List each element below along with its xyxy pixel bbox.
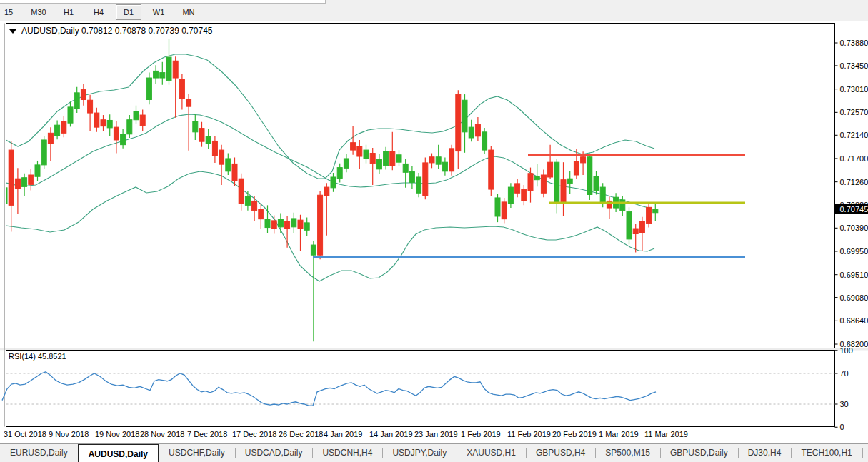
candle-body (462, 100, 467, 132)
candle-body (48, 133, 53, 144)
chart-tab-usdcnh-h4[interactable]: USDCNH,H4 (312, 445, 382, 461)
candle-body (534, 176, 539, 179)
rsi-indicator-label: RSI(14) 45.8521 (9, 352, 66, 361)
candle-body (285, 221, 290, 229)
candle-body (239, 179, 244, 204)
date-axis-label[interactable]: 11 Feb 2019 (507, 430, 551, 438)
toolbar-remnant (0, 0, 326, 4)
candle-body (508, 187, 513, 204)
candle-body (114, 127, 119, 140)
timeframe-button-15[interactable]: 15 (0, 4, 21, 20)
candle-body (370, 154, 375, 164)
candle-body (627, 211, 632, 239)
timeframe-button-h1[interactable]: H1 (56, 4, 81, 20)
candle-body (252, 201, 257, 210)
candle-body (245, 196, 250, 205)
candle-body (456, 94, 461, 151)
date-axis-label[interactable]: 19 Nov 2018 (95, 430, 139, 438)
price-axis-label: 0.72140 (840, 131, 868, 139)
date-axis-label[interactable]: 17 Dec 2018 (232, 430, 276, 438)
candle-body (403, 164, 408, 172)
chart-tabs-bar: EURUSD,DailyAUDUSD,DailyUSDCHF,DailyUSDC… (0, 443, 868, 462)
chart-tab-gbpusd-daily[interactable]: GBPUSD,Daily (660, 445, 738, 461)
candle-body (502, 202, 507, 219)
candle-body (219, 150, 224, 164)
chart-tab-gbpusd-h4[interactable]: GBPUSD,H4 (526, 445, 595, 461)
candle-body (121, 134, 126, 145)
candle-body (495, 198, 500, 216)
date-axis-label[interactable]: 28 Nov 2018 (140, 430, 184, 438)
price-axis-label: 0.72570 (840, 108, 868, 116)
candle-body (423, 163, 428, 196)
candle-body (193, 121, 198, 132)
candle-body (68, 107, 73, 123)
candle-body (548, 162, 553, 177)
candle-body (74, 93, 79, 109)
chart-tab-audusd-daily[interactable]: AUDUSD,Daily (78, 444, 159, 462)
chart-tab-sp500-m15[interactable]: SP500,M15 (595, 445, 660, 461)
candle-body (160, 73, 165, 78)
rsi-axis-label: 0 (840, 423, 844, 431)
date-axis-label[interactable]: 9 Nov 2018 (49, 430, 89, 438)
price-axis-label: 0.68640 (840, 316, 868, 325)
chart-tab-ukc[interactable]: UKC (862, 445, 868, 461)
date-axis-label[interactable]: 23 Jan 2019 (414, 430, 458, 438)
rsi-panel[interactable] (6, 351, 835, 427)
date-axis-label[interactable]: 14 Jan 2019 (369, 430, 413, 438)
candle-body (35, 165, 40, 176)
chart-tab-xauusd-h1[interactable]: XAUUSD,H1 (457, 445, 526, 461)
date-axis-label[interactable]: 20 Feb 2019 (552, 430, 597, 438)
chart-tab-usdchf-daily[interactable]: USDCHF,Daily (159, 445, 235, 461)
candle-body (653, 209, 658, 213)
candle-body (271, 221, 276, 229)
date-axis-label[interactable]: 26 Dec 2018 (279, 430, 323, 438)
price-chart[interactable]: AUDUSD,Daily 0.70812 0.70878 0.70739 0.7… (0, 21, 868, 443)
candle-body (61, 121, 66, 133)
rsi-axis-label: 70 (840, 369, 849, 378)
chart-tab-tech100-h1[interactable]: TECH100,H1 (791, 445, 862, 461)
timeframe-button-d1[interactable]: D1 (116, 4, 141, 20)
candle-body (639, 221, 644, 233)
price-axis-label: 0.73450 (840, 61, 868, 70)
candle-body (600, 187, 605, 202)
candle-body (259, 209, 264, 219)
date-axis-label[interactable]: 1 Mar 2019 (599, 430, 639, 438)
candle-body (55, 125, 60, 136)
timeframe-button-m30[interactable]: M30 (26, 4, 51, 20)
candle-body (226, 159, 231, 171)
candle-body (331, 177, 336, 188)
candle-body (522, 189, 527, 201)
candle-body (384, 151, 389, 166)
chart-tab-eurusd-daily[interactable]: EURUSD,Daily (0, 445, 78, 461)
candle-body (173, 61, 178, 78)
candle-body (567, 179, 572, 184)
timeframe-button-w1[interactable]: W1 (146, 4, 171, 20)
price-axis-label: 0.69080 (840, 293, 868, 302)
candle-body (357, 146, 362, 156)
candle-body (364, 150, 369, 159)
date-axis-label[interactable]: 4 Jan 2019 (324, 430, 362, 438)
price-axis-label: 0.71700 (840, 154, 868, 163)
date-axis-label[interactable]: 1 Feb 2019 (461, 430, 501, 438)
candle-body (594, 176, 599, 190)
candle-body (206, 136, 211, 144)
candle-body (94, 113, 99, 127)
chart-tab-usdcad-daily[interactable]: USDCAD,Daily (235, 445, 313, 461)
date-axis-label[interactable]: 11 Mar 2019 (644, 430, 688, 438)
date-axis-label[interactable]: 7 Dec 2018 (187, 430, 227, 438)
candle-body (304, 223, 309, 230)
candle-body (449, 149, 454, 171)
candle-body (22, 178, 27, 187)
candle-body (232, 164, 237, 181)
chart-tab-usdjpy-daily[interactable]: USDJPY,Daily (382, 445, 457, 461)
rsi-axis-label: 100 (840, 346, 853, 355)
chart-tab-dj30-h4[interactable]: DJ30,H4 (738, 445, 792, 461)
trading-terminal: 15M30H1H4D1W1MN AUDUSD,Daily 0.70812 0.7… (0, 0, 868, 462)
candle-body (337, 168, 342, 179)
candle-body (351, 143, 356, 150)
date-axis-label[interactable]: 31 Oct 2018 (4, 430, 46, 438)
timeframe-button-h4[interactable]: H4 (86, 4, 111, 20)
timeframe-button-mn[interactable]: MN (176, 4, 201, 20)
candle-body (298, 220, 303, 229)
candle-body (101, 120, 106, 126)
